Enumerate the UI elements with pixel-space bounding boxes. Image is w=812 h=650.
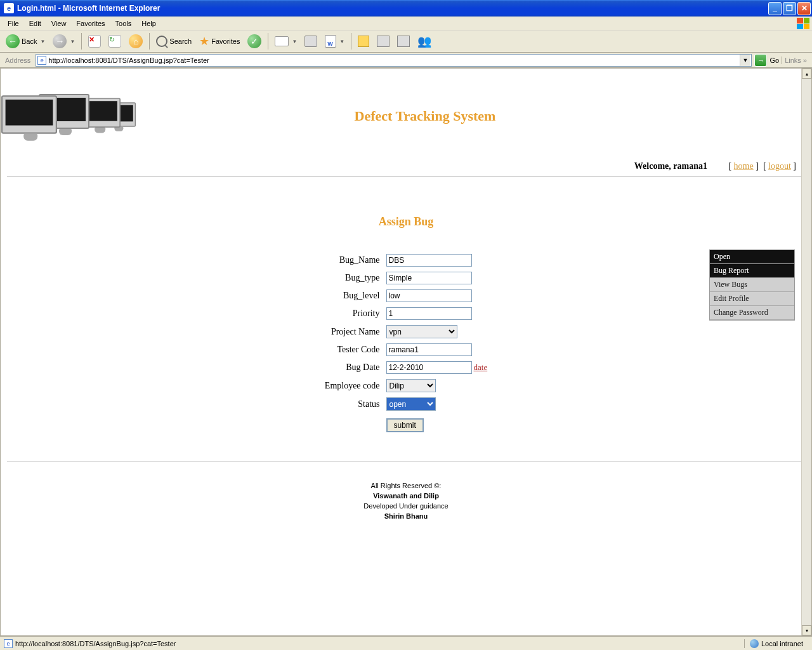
history-icon: ✓ bbox=[247, 34, 261, 48]
home-icon: ⌂ bbox=[129, 34, 143, 48]
star-icon: ★ bbox=[199, 34, 209, 48]
menu-favorites[interactable]: Favorites bbox=[71, 18, 110, 29]
project-name-select[interactable]: vpn bbox=[386, 325, 457, 338]
search-button[interactable]: Search bbox=[153, 32, 195, 50]
employee-code-select[interactable]: Dilip bbox=[386, 379, 436, 392]
content-area: ▴ ▾ Defect Tracking System Welcome, rama… bbox=[0, 68, 812, 636]
mail-icon bbox=[275, 36, 289, 46]
bug-level-input[interactable] bbox=[386, 289, 472, 302]
date-link[interactable]: date bbox=[474, 362, 488, 372]
status-label: Status bbox=[322, 395, 383, 413]
status-select[interactable]: open bbox=[386, 397, 436, 411]
system-title: Defect Tracking System bbox=[115, 108, 811, 124]
close-button[interactable]: ✕ bbox=[797, 2, 811, 15]
submit-button[interactable]: submit bbox=[386, 418, 424, 432]
priority-label: Priority bbox=[322, 305, 383, 322]
welcome-prefix: Welcome, bbox=[634, 161, 673, 171]
mail-dropdown-icon[interactable]: ▼ bbox=[292, 39, 297, 44]
project-name-label: Project Name bbox=[322, 323, 383, 340]
back-button[interactable]: ← Back ▼ bbox=[3, 32, 48, 50]
bug-date-input[interactable] bbox=[386, 361, 472, 374]
priority-input[interactable] bbox=[386, 307, 472, 320]
menu-tools[interactable]: Tools bbox=[110, 18, 137, 29]
footer-line4: Shirin Bhanu bbox=[7, 511, 805, 521]
form-title: Assign Bug bbox=[171, 215, 641, 229]
note-icon bbox=[358, 36, 369, 47]
scroll-down-icon[interactable]: ▾ bbox=[802, 625, 811, 635]
toolbar-separator bbox=[149, 33, 150, 50]
address-dropdown-icon[interactable]: ▼ bbox=[740, 55, 750, 66]
sidebar-item-change-password[interactable]: Change Password bbox=[710, 306, 794, 320]
bug-date-label: Bug Date bbox=[322, 359, 383, 376]
form-area: Assign Bug Bug_Name Bug_type Bug_level P… bbox=[171, 215, 641, 435]
back-label: Back bbox=[22, 37, 37, 45]
stop-button[interactable]: ✕ bbox=[85, 32, 104, 50]
toolbar-separator bbox=[81, 33, 82, 50]
refresh-icon: ↻ bbox=[108, 35, 121, 48]
address-bar: Address e ▼ → Go Links » bbox=[0, 53, 812, 68]
forward-dropdown-icon[interactable]: ▼ bbox=[70, 39, 75, 44]
edit-dropdown-icon[interactable]: ▼ bbox=[339, 39, 344, 44]
menu-help[interactable]: Help bbox=[136, 18, 161, 29]
sidebar-item-open[interactable]: Open bbox=[710, 250, 794, 264]
scroll-up-icon[interactable]: ▴ bbox=[802, 69, 811, 79]
history-button[interactable]: ✓ bbox=[244, 32, 265, 50]
sidebar-item-edit-profile[interactable]: Edit Profile bbox=[710, 292, 794, 306]
edit-doc-icon bbox=[325, 35, 336, 48]
back-dropdown-icon[interactable]: ▼ bbox=[40, 39, 45, 44]
sidebar-item-bug-report[interactable]: Bug Report bbox=[710, 264, 794, 278]
maximize-button[interactable]: ❐ bbox=[783, 2, 796, 15]
bug-name-input[interactable] bbox=[386, 254, 472, 267]
links-label[interactable]: Links » bbox=[782, 56, 809, 64]
stop-icon: ✕ bbox=[88, 35, 101, 48]
mail-button[interactable]: ▼ bbox=[272, 32, 300, 50]
research-icon bbox=[377, 36, 390, 47]
page-footer: All Rights Reserved ©: Viswanath and Dil… bbox=[7, 461, 805, 521]
windows-logo-icon bbox=[797, 18, 809, 29]
employee-code-label: Employee code bbox=[322, 377, 383, 394]
minimize-button[interactable]: _ bbox=[768, 2, 782, 15]
forward-button[interactable]: → ▼ bbox=[49, 32, 78, 50]
address-label: Address bbox=[3, 56, 33, 64]
home-button[interactable]: ⌂ bbox=[126, 32, 146, 50]
tester-code-input[interactable] bbox=[386, 343, 472, 356]
menu-file[interactable]: File bbox=[3, 18, 24, 29]
favorites-label: Favorites bbox=[211, 37, 240, 45]
menu-view[interactable]: View bbox=[46, 18, 72, 29]
search-icon bbox=[156, 36, 167, 47]
logout-link[interactable]: logout bbox=[768, 161, 791, 171]
address-input[interactable] bbox=[48, 56, 740, 64]
footer-line2: Viswanath and Dilip bbox=[7, 491, 805, 501]
messenger-icon: 👥 bbox=[417, 34, 431, 48]
favorites-button[interactable]: ★ Favorites bbox=[196, 32, 243, 50]
status-text: http://localhost:8081/DTS/AssignBug.jsp?… bbox=[15, 640, 742, 647]
forward-arrow-icon: → bbox=[53, 34, 67, 48]
toolbar: ← Back ▼ → ▼ ✕ ↻ ⌂ Search ★ Favorites ✓ … bbox=[0, 30, 812, 53]
go-button[interactable]: → bbox=[754, 54, 767, 67]
monitors-image bbox=[1, 88, 115, 145]
welcome-user: ramana1 bbox=[673, 161, 707, 171]
bug-type-input[interactable] bbox=[386, 272, 472, 284]
edit-button[interactable]: ▼ bbox=[322, 32, 348, 50]
footer-line1: All Rights Reserved ©: bbox=[7, 481, 805, 491]
home-link[interactable]: home bbox=[734, 161, 754, 171]
footer-line3: Developed Under guidance bbox=[7, 501, 805, 511]
toolbar-separator bbox=[351, 33, 351, 50]
bug-name-label: Bug_Name bbox=[322, 252, 383, 269]
messenger-button[interactable]: 👥 bbox=[414, 32, 435, 50]
zone-icon bbox=[750, 639, 759, 648]
print-button[interactable] bbox=[301, 32, 320, 50]
toolbar-separator bbox=[268, 33, 268, 50]
page-header: Defect Tracking System bbox=[1, 69, 811, 157]
sidebar-item-view-bugs[interactable]: View Bugs bbox=[710, 278, 794, 292]
title-bar: e Login.html - Microsoft Internet Explor… bbox=[0, 0, 812, 17]
discuss-button[interactable] bbox=[355, 32, 372, 50]
menu-edit[interactable]: Edit bbox=[24, 18, 46, 29]
research2-button[interactable] bbox=[394, 32, 413, 50]
address-input-wrap[interactable]: e ▼ bbox=[36, 54, 752, 67]
refresh-button[interactable]: ↻ bbox=[105, 32, 124, 50]
research-button[interactable] bbox=[374, 32, 393, 50]
status-page-icon: e bbox=[4, 639, 13, 648]
window-title: Login.html - Microsoft Internet Explorer bbox=[17, 4, 768, 13]
vertical-scrollbar[interactable]: ▴ ▾ bbox=[801, 69, 811, 635]
